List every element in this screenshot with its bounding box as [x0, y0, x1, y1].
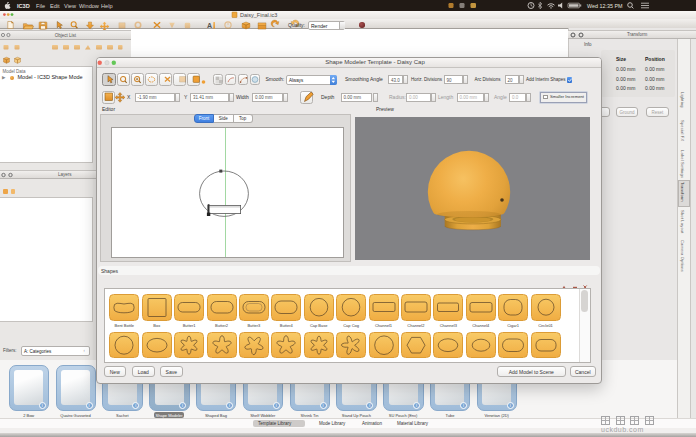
svg-text:Wed 12:35 PM: Wed 12:35 PM: [587, 3, 623, 9]
svg-text:Help: Help: [101, 3, 113, 9]
svg-text:Window: Window: [79, 3, 100, 9]
svg-text:A: A: [207, 22, 212, 29]
svg-text:File: File: [36, 3, 45, 9]
svg-text:Edit: Edit: [50, 3, 60, 9]
svg-text:IC3D: IC3D: [17, 3, 30, 9]
svg-text:View: View: [64, 3, 77, 9]
